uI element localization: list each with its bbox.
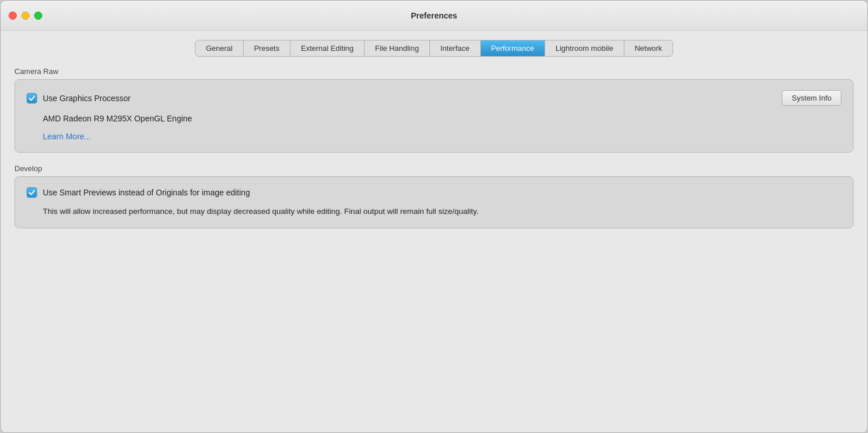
gpu-name: AMD Radeon R9 M295X OpenGL Engine: [27, 114, 841, 123]
camera-raw-label: Camera Raw: [14, 67, 854, 76]
preferences-window: Preferences General Presets External Edi…: [0, 0, 868, 433]
use-graphics-processor-checkbox[interactable]: [27, 93, 37, 103]
window-title: Preferences: [411, 11, 457, 20]
use-graphics-processor-label: Use Graphics Processor: [43, 94, 131, 103]
use-smart-previews-checkbox[interactable]: [27, 187, 37, 198]
learn-more-link[interactable]: Learn More...: [27, 132, 91, 141]
system-info-button[interactable]: System Info: [782, 90, 841, 106]
tabs-container: General Presets External Editing File Ha…: [195, 40, 674, 57]
checkmark-icon: [28, 95, 35, 102]
tab-external-editing[interactable]: External Editing: [290, 40, 365, 56]
use-smart-previews-label: Use Smart Previews instead of Originals …: [43, 188, 250, 197]
smart-previews-row: Use Smart Previews instead of Originals …: [27, 187, 841, 198]
camera-raw-box: Use Graphics Processor System Info AMD R…: [14, 79, 854, 153]
tab-network[interactable]: Network: [624, 40, 673, 56]
checkmark-icon-2: [28, 189, 35, 196]
tab-lightroom-mobile[interactable]: Lightroom mobile: [545, 40, 624, 56]
tab-presets[interactable]: Presets: [244, 40, 290, 56]
tabs-bar: General Presets External Editing File Ha…: [14, 40, 854, 57]
titlebar: Preferences: [1, 1, 867, 31]
traffic-lights: [9, 12, 42, 20]
content-area: General Presets External Editing File Ha…: [1, 31, 867, 432]
tab-file-handling[interactable]: File Handling: [365, 40, 430, 56]
develop-section: Develop Use Smart Previews instead of Or…: [14, 164, 854, 228]
main-content: Camera Raw Use Graphics Processor System…: [14, 67, 854, 419]
graphics-processor-row: Use Graphics Processor System Info: [27, 90, 841, 106]
minimize-button[interactable]: [21, 12, 30, 20]
develop-label: Develop: [14, 164, 854, 173]
camera-raw-section: Camera Raw Use Graphics Processor System…: [14, 67, 854, 153]
graphics-processor-left: Use Graphics Processor: [27, 93, 131, 103]
close-button[interactable]: [9, 12, 17, 20]
develop-box: Use Smart Previews instead of Originals …: [14, 176, 854, 228]
maximize-button[interactable]: [34, 12, 42, 20]
tab-performance[interactable]: Performance: [481, 40, 545, 56]
smart-previews-description: This will allow increased performance, b…: [27, 206, 841, 217]
tab-general[interactable]: General: [196, 40, 244, 56]
tab-interface[interactable]: Interface: [430, 40, 481, 56]
